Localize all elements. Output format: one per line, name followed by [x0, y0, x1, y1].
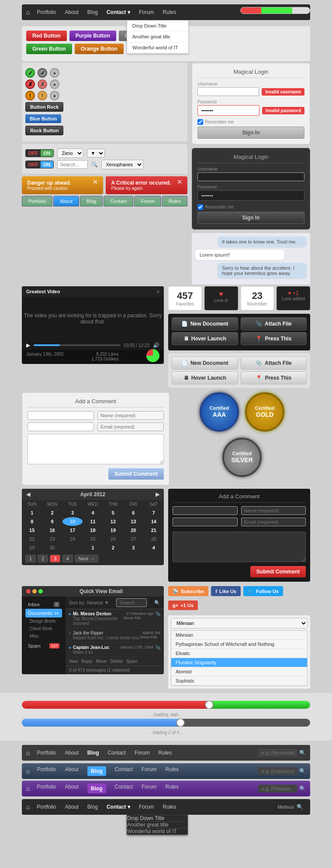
nav2-home-icon[interactable]: ⌂ [26, 749, 30, 756]
select-zeno[interactable]: Zeno [57, 148, 83, 158]
hover-launch-btn-light[interactable]: 🖥 Hover Launch [172, 371, 238, 384]
window-min-dot[interactable] [32, 589, 37, 594]
cal-cell-4[interactable]: 5 [103, 508, 123, 517]
nav3-about[interactable]: About [65, 766, 79, 776]
email-check-1[interactable]: ▸ [69, 611, 71, 616]
folder-inbox[interactable]: Inbox 0 [25, 600, 62, 609]
cal-cell-26[interactable]: 27 [123, 535, 143, 543]
folder-spam[interactable]: Spam 137 [25, 642, 62, 650]
nav5-portfolio[interactable]: Portfolio [37, 804, 56, 810]
nav5-blog[interactable]: Blog [87, 804, 98, 810]
cal-page-1[interactable]: 1 [25, 555, 36, 563]
cal-cell-17[interactable]: 18 [83, 526, 103, 535]
nav4-home-icon[interactable]: ⌂ [26, 785, 30, 792]
nav2-about[interactable]: About [65, 750, 79, 756]
nav3-home-icon[interactable]: ⌂ [26, 768, 30, 775]
nav-about[interactable]: About [65, 9, 79, 15]
email-spam-btn[interactable]: Spam [126, 659, 138, 664]
nav4-search-input[interactable] [258, 785, 297, 793]
cal-cell-28[interactable]: 29 [22, 543, 42, 552]
nav2-contact[interactable]: Contact [108, 750, 126, 756]
blue-button[interactable]: Blue Button [25, 114, 61, 123]
purple-button[interactable]: Purple Button [69, 31, 116, 41]
nav-contact[interactable]: Contact ▾ [107, 9, 130, 15]
cal-cell-20[interactable]: 21 [144, 526, 164, 535]
nav4-forum[interactable]: Forum [142, 784, 157, 793]
submit-comment-btn[interactable]: Submit Comment [108, 468, 164, 480]
nav-home-icon[interactable]: ⌂ [26, 9, 30, 16]
alert-close-icon[interactable]: ✕ [93, 178, 98, 185]
cal-cell-18[interactable]: 19 [103, 526, 123, 535]
bottom-dropdown-title[interactable]: Drop Down Title [127, 815, 187, 822]
cal-cell-25[interactable]: 26 [103, 535, 123, 543]
submit-comment-btn-dark[interactable]: Submit Comment [250, 566, 306, 577]
subscribe-btn[interactable]: 📡 Subscribe [168, 586, 208, 596]
plus-one-btn[interactable]: g+ +1 Us [168, 600, 198, 610]
press-this-btn-dark[interactable]: 📍 Press This [241, 332, 307, 345]
cal-cell-0[interactable]: 1 [22, 508, 42, 517]
cal-cell-14[interactable]: 15 [22, 526, 42, 535]
rock-button2[interactable]: Rock Button [25, 126, 63, 135]
username-input-dark[interactable]: Anaximenes [197, 172, 304, 181]
cal-cell-16[interactable]: 17 [62, 526, 83, 535]
email-check-3[interactable]: ▸ [69, 645, 71, 650]
nav5-forum[interactable]: Forum [139, 804, 154, 810]
window-close-dot[interactable] [26, 589, 31, 594]
nav2-rules[interactable]: Rules [159, 750, 172, 756]
attach-btn-dark[interactable]: 📎 Attach File [241, 317, 307, 330]
tab-contact[interactable]: Contact [104, 196, 133, 206]
signin-button-dark[interactable]: Sign In [197, 212, 304, 224]
cal-cell-34[interactable]: 4 [144, 543, 164, 552]
press-this-btn-light[interactable]: 📍 Press This [241, 371, 307, 384]
password-input[interactable] [197, 105, 259, 116]
cal-cell-21[interactable]: 22 [22, 535, 42, 543]
nav3-search-input[interactable] [258, 767, 297, 775]
cal-cell-27[interactable]: 28 [144, 535, 164, 543]
dropdown-select[interactable]: Milesian [171, 618, 308, 628]
nav4-about[interactable]: About [65, 784, 79, 793]
follow-us-btn[interactable]: 🐦 Follow Us [243, 586, 283, 596]
cal-cell-2[interactable]: 3 [62, 508, 83, 517]
video-progress-bar[interactable] [34, 344, 121, 346]
hover-launch-btn-dark[interactable]: 🖥 Hover Launch [172, 332, 238, 345]
nav3-rules[interactable]: Rules [166, 766, 179, 776]
cal-cell-10[interactable]: 11 [83, 517, 103, 526]
cal-cell-29[interactable]: 30 [42, 543, 62, 552]
dd-item-atomist[interactable]: Atomist [171, 667, 307, 676]
cal-prev-icon[interactable]: ◀ [26, 491, 30, 497]
nav-rules[interactable]: Rules [163, 9, 176, 15]
dd-item-pluralist[interactable]: Pluralist Singularity [171, 658, 307, 667]
cal-cell-1[interactable]: 2 [42, 508, 62, 517]
tab-blog[interactable]: Blog [80, 196, 103, 206]
folder-client-work[interactable]: Client Work [25, 625, 62, 632]
dd-item-pythagorean[interactable]: Pythagorean School of Witchcraft and Not… [171, 640, 307, 649]
toggle-2[interactable]: OFF ON [25, 161, 54, 168]
like-us-btn[interactable]: f Like Us [211, 586, 241, 596]
folder-misc[interactable]: Misc. [25, 632, 62, 640]
nav-blog[interactable]: Blog [87, 9, 98, 15]
cal-cell-13[interactable]: 14 [144, 517, 164, 526]
tab-rules[interactable]: Rules [162, 196, 187, 206]
cal-page-4[interactable]: 4 [62, 555, 73, 563]
comment-name-input[interactable]: Pythagoras [28, 411, 94, 420]
cal-cell-32[interactable]: 2 [103, 543, 123, 552]
new-doc-btn-dark[interactable]: 📄 New Document [172, 317, 238, 330]
play-icon[interactable]: ▶ [26, 342, 30, 348]
search-input[interactable] [57, 160, 88, 169]
email-move-btn[interactable]: Move [96, 659, 107, 664]
dropdown-item-2[interactable]: Another great title [127, 31, 188, 42]
orange-button[interactable]: Orange Button [75, 44, 124, 54]
bottom-dropdown-item-2[interactable]: Another great title [127, 822, 187, 828]
dd-item-sophists[interactable]: Sophists [171, 676, 307, 686]
cal-cell-5[interactable]: 6 [123, 508, 143, 517]
nav4-rules[interactable]: Rules [166, 784, 179, 793]
alert-error-close-icon[interactable]: ✕ [177, 178, 182, 185]
nav5-about[interactable]: About [65, 804, 79, 810]
folder-documents[interactable]: Documents 14 [25, 609, 62, 618]
nav2-blog[interactable]: Blog [87, 750, 99, 756]
nav5-home-icon[interactable]: ⌂ [26, 803, 30, 810]
email-item-2[interactable]: ▸ Jack the Ripper Depart from me, I neve… [66, 628, 164, 643]
nav5-contact[interactable]: Contact ▾ [107, 804, 130, 810]
cal-cell-3[interactable]: 4 [83, 508, 103, 517]
nav3-portfolio[interactable]: Portfolio [37, 766, 56, 776]
